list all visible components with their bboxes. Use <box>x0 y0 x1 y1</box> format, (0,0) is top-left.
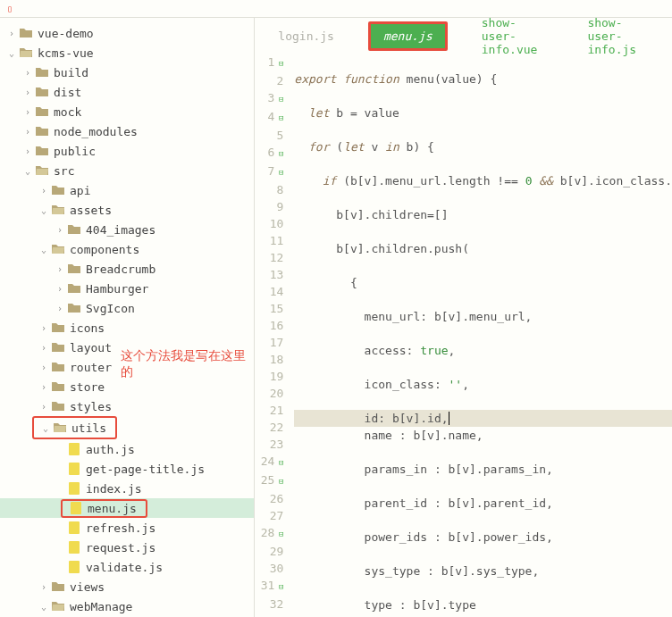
tree-folder-icons[interactable]: › icons <box>0 318 254 338</box>
tree-label: kcms-vue <box>38 46 94 60</box>
tree-folder-breadcrumb[interactable]: › Breadcrumb <box>0 259 254 279</box>
tree-folder-components[interactable]: ⌄ components <box>0 239 254 259</box>
chevron-down-icon: ⌄ <box>38 205 50 215</box>
chevron-down-icon: ⌄ <box>39 423 52 433</box>
tree-label: src <box>54 164 74 178</box>
tree-folder-webmanage[interactable]: ⌄ webManage <box>0 596 254 616</box>
svg-rect-6 <box>69 561 80 573</box>
folder-open-icon <box>52 422 68 433</box>
chevron-right-icon: › <box>38 582 50 592</box>
highlight-box-utils: ⌄ utils <box>32 416 117 439</box>
chevron-right-icon: › <box>21 127 34 137</box>
tree-folder-hamburger[interactable]: › Hamburger <box>0 279 254 298</box>
tree-folder-utils[interactable]: ⌄ utils <box>34 418 115 438</box>
main-area: › vue-demo ⌄ kcms-vue › build › dist › m… <box>0 18 672 617</box>
tree-label: public <box>54 145 96 158</box>
tree-file-auth[interactable]: auth.js <box>0 439 254 459</box>
js-file-icon <box>66 463 82 475</box>
chevron-right-icon: › <box>21 107 34 117</box>
chevron-right-icon: › <box>54 304 66 313</box>
chevron-right-icon: › <box>38 323 50 333</box>
tree-label: styles <box>70 400 112 413</box>
tree-file-validate[interactable]: validate.js <box>0 557 254 577</box>
js-file-icon <box>68 502 84 514</box>
chevron-right-icon: › <box>21 88 34 97</box>
js-file-icon <box>66 443 82 455</box>
tree-file-index[interactable]: index.js <box>0 479 254 498</box>
tree-label: Hamburger <box>86 282 148 296</box>
tree-folder-build[interactable]: › build <box>0 63 254 82</box>
tree-label: layout <box>70 341 112 354</box>
svg-rect-0 <box>69 443 80 455</box>
tree-label: webManage <box>70 600 132 613</box>
tree-file-menu[interactable]: menu.js <box>0 498 254 518</box>
chevron-right-icon: › <box>21 68 34 78</box>
chevron-right-icon: › <box>5 29 18 38</box>
tree-folder-src[interactable]: ⌄ src <box>0 161 254 180</box>
tree-folder-api[interactable]: › api <box>0 180 254 200</box>
tree-label: auth.js <box>86 443 135 456</box>
tree-label: index.js <box>86 482 142 496</box>
code-area[interactable]: 1⊟2 3⊟4⊟5 6⊟7⊟8 9 10 11 12 13 14 15 16 1… <box>255 54 672 617</box>
file-tree-sidebar[interactable]: › vue-demo ⌄ kcms-vue › build › dist › m… <box>0 18 255 617</box>
folder-icon <box>18 28 34 38</box>
tree-folder-mock[interactable]: › mock <box>0 102 254 121</box>
tree-label: node_modules <box>54 125 138 138</box>
code-content[interactable]: export function menu(value) { let b = va… <box>290 54 672 617</box>
tree-folder-kcms-vue[interactable]: ⌄ kcms-vue <box>0 43 254 63</box>
tree-label: icons <box>70 321 105 335</box>
line-gutter: 1⊟2 3⊟4⊟5 6⊟7⊟8 9 10 11 12 13 14 15 16 1… <box>255 54 290 617</box>
chevron-right-icon: › <box>54 225 66 235</box>
tree-file-request[interactable]: request.js <box>0 538 254 557</box>
tree-folder-404[interactable]: › 404_images <box>0 220 254 239</box>
folder-icon <box>50 362 66 372</box>
folder-icon <box>34 146 50 156</box>
folder-icon <box>50 322 66 333</box>
folder-open-icon <box>34 165 50 176</box>
js-file-icon <box>66 482 82 495</box>
tree-folder-public[interactable]: › public <box>0 141 254 161</box>
tree-folder-styles[interactable]: › styles <box>0 396 254 416</box>
chevron-right-icon: › <box>38 186 50 196</box>
tree-label: menu.js <box>88 502 137 515</box>
chevron-right-icon: › <box>38 343 50 353</box>
tree-label: router <box>70 361 112 374</box>
code-editor: login.js menu.js show-user-info.vue show… <box>255 18 672 617</box>
tree-folder-dist[interactable]: › dist <box>0 82 254 102</box>
chevron-down-icon: ⌄ <box>21 166 34 176</box>
svg-rect-1 <box>69 463 80 475</box>
folder-open-icon <box>50 204 66 215</box>
folder-icon <box>66 283 82 294</box>
tree-label: dist <box>54 86 81 99</box>
js-file-icon <box>66 541 82 554</box>
folder-icon <box>50 185 66 196</box>
tree-folder-assets[interactable]: ⌄ assets <box>0 200 254 220</box>
tab-bar: login.js menu.js show-user-info.vue show… <box>255 18 672 54</box>
folder-icon <box>50 401 66 412</box>
tab-menu[interactable]: menu.js <box>368 21 448 51</box>
annotation-text: 这个方法我是写在这里的 <box>121 348 254 380</box>
tree-label: validate.js <box>86 561 163 574</box>
chevron-right-icon: › <box>54 264 66 274</box>
tree-folder-vue-demo[interactable]: › vue-demo <box>0 23 254 43</box>
tree-folder-node-modules[interactable]: › node_modules <box>0 121 254 141</box>
tab-login[interactable]: login.js <box>271 26 341 46</box>
tree-folder-views[interactable]: › views <box>0 577 254 596</box>
folder-icon <box>66 224 82 235</box>
tree-label: 404_images <box>86 223 155 237</box>
folder-open-icon <box>18 47 34 58</box>
tree-folder-svgicon[interactable]: › SvgIcon <box>0 298 254 318</box>
tree-label: components <box>70 243 139 256</box>
tree-file-getpage[interactable]: get-page-title.js <box>0 459 254 479</box>
svg-rect-2 <box>69 482 80 495</box>
svg-rect-5 <box>69 541 80 554</box>
svg-rect-4 <box>69 521 80 534</box>
folder-icon <box>50 381 66 392</box>
tree-label: assets <box>70 204 112 217</box>
folder-icon <box>34 67 50 78</box>
tree-label: refresh.js <box>86 521 155 535</box>
chevron-right-icon: › <box>54 284 66 294</box>
tree-file-refresh[interactable]: refresh.js <box>0 518 254 538</box>
folder-icon <box>34 87 50 97</box>
chevron-down-icon: ⌄ <box>38 245 50 254</box>
